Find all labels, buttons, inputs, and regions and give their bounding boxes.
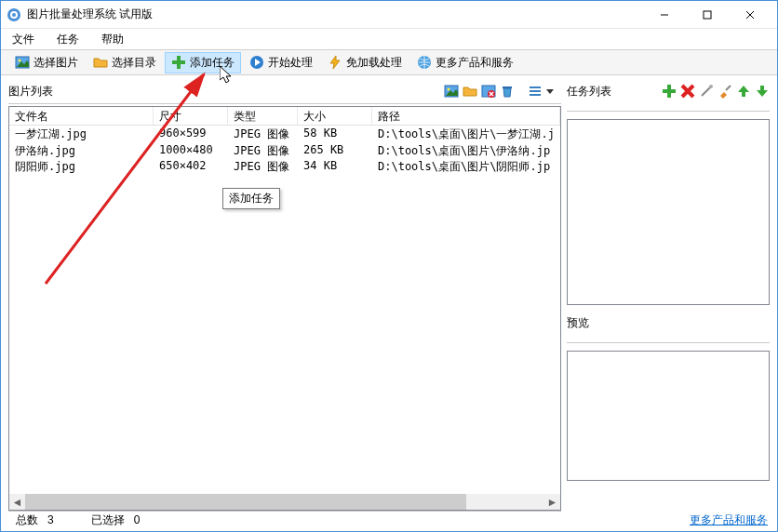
svg-point-2 (12, 13, 16, 17)
total-label: 总数 (16, 513, 38, 526)
delete-image-icon[interactable] (481, 84, 496, 99)
svg-marker-34 (757, 86, 768, 97)
image-list-title: 图片列表 (8, 84, 53, 100)
folder-icon[interactable] (463, 84, 477, 99)
dropdown-icon[interactable] (546, 84, 561, 99)
table-row[interactable]: 阴阳师.jpg 650×402 JPEG 图像 34 KB D:\tools\桌… (9, 158, 560, 175)
noload-process-label: 免加载处理 (346, 55, 402, 71)
image-list-header: 图片列表 (8, 81, 561, 101)
task-list-header: 任务列表 (567, 81, 770, 101)
cell-name: 一梦江湖.jpg (9, 126, 154, 142)
cell-name: 伊洛纳.jpg (9, 142, 154, 159)
horizontal-scrollbar[interactable]: ◄ ► (9, 494, 560, 510)
selected-label: 已选择 (91, 513, 125, 526)
selected-value: 0 (134, 513, 141, 526)
table-row[interactable]: 伊洛纳.jpg 1000×480 JPEG 图像 265 KB D:\tools… (9, 142, 560, 159)
listview-header: 文件名 尺寸 类型 大小 路径 (9, 107, 560, 126)
preview-header: 预览 (567, 313, 770, 333)
status-total: 总数 3 (16, 512, 54, 528)
arrow-up-icon[interactable] (736, 84, 751, 99)
svg-marker-13 (330, 56, 340, 69)
menu-file[interactable]: 文件 (8, 30, 38, 49)
toolbar: 选择图片 选择目录 添加任务 开始处理 免加载处理 更多产品和服务 (1, 49, 777, 75)
globe-icon (417, 55, 432, 70)
app-window: 图片批量处理系统 试用版 文件 任务 帮助 选择图片 选择目录 添加任务 (0, 0, 778, 532)
svg-point-16 (448, 88, 450, 91)
play-icon (249, 55, 264, 70)
add-task-button[interactable]: 添加任务 (165, 52, 241, 73)
total-value: 3 (47, 513, 54, 526)
wand-icon[interactable] (699, 84, 714, 99)
cell-size: 34 KB (298, 158, 372, 175)
bolt-icon (328, 55, 342, 70)
scroll-right-icon[interactable]: ► (544, 494, 560, 510)
add-task-label: 添加任务 (190, 55, 235, 71)
close-button[interactable] (729, 1, 771, 29)
brush-icon[interactable] (718, 84, 732, 99)
svg-rect-27 (663, 89, 676, 93)
cell-type: JPEG 图像 (228, 142, 298, 159)
cell-path: D:\tools\桌面\图片\阴阳师.jp (372, 158, 560, 175)
more-products-button[interactable]: 更多产品和服务 (410, 52, 520, 73)
maximize-button[interactable] (686, 1, 729, 29)
listview-body: 一梦江湖.jpg 960×599 JPEG 图像 58 KB D:\tools\… (9, 126, 560, 494)
tooltip-add-task: 添加任务 (222, 188, 280, 209)
table-row[interactable]: 一梦江湖.jpg 960×599 JPEG 图像 58 KB D:\tools\… (9, 126, 560, 142)
task-listbox[interactable] (567, 119, 770, 305)
left-pane: 图片列表 文件名 尺寸 类型 大小 路径 (8, 81, 561, 529)
cell-type: JPEG 图像 (228, 158, 298, 175)
cell-dim: 650×402 (154, 158, 228, 175)
select-folder-label: 选择目录 (112, 55, 156, 71)
status-selected: 已选择 0 (91, 512, 141, 528)
plus-icon[interactable] (662, 84, 677, 99)
scroll-track[interactable] (25, 494, 544, 510)
task-list-toolbar (662, 84, 770, 99)
scroll-left-icon[interactable]: ◄ (9, 494, 25, 510)
svg-point-8 (19, 60, 21, 62)
col-size[interactable]: 大小 (298, 107, 372, 125)
start-process-button[interactable]: 开始处理 (243, 52, 319, 73)
window-title: 图片批量处理系统 试用版 (27, 7, 153, 22)
cell-path: D:\tools\桌面\图片\一梦江湖.j (372, 126, 560, 142)
menubar: 文件 任务 帮助 (1, 29, 777, 49)
svg-rect-10 (172, 60, 185, 64)
menu-help[interactable]: 帮助 (98, 30, 127, 49)
statusbar: 总数 3 已选择 0 (8, 511, 561, 529)
cell-size: 58 KB (298, 126, 372, 142)
col-name[interactable]: 文件名 (9, 107, 154, 125)
cell-dim: 1000×480 (154, 142, 228, 159)
list-icon[interactable] (528, 84, 543, 99)
cell-path: D:\tools\桌面\图片\伊洛纳.jp (372, 142, 560, 159)
svg-rect-24 (530, 94, 541, 96)
footer-more-link[interactable]: 更多产品和服务 (690, 512, 768, 528)
svg-point-31 (709, 85, 713, 88)
cross-icon[interactable] (680, 84, 695, 99)
preview-title: 预览 (567, 315, 589, 331)
picture-icon[interactable] (444, 84, 459, 99)
svg-rect-22 (530, 86, 541, 88)
col-path[interactable]: 路径 (372, 107, 560, 125)
divider (567, 342, 770, 343)
cell-dim: 960×599 (154, 126, 228, 142)
plus-icon (171, 55, 186, 70)
svg-rect-21 (503, 86, 512, 88)
menu-tasks[interactable]: 任务 (53, 30, 83, 49)
image-list-toolbar (444, 84, 561, 99)
select-pictures-button[interactable]: 选择图片 (8, 52, 85, 73)
select-pictures-label: 选择图片 (34, 55, 78, 71)
select-folder-button[interactable]: 选择目录 (87, 52, 163, 73)
noload-process-button[interactable]: 免加载处理 (321, 52, 409, 73)
col-type[interactable]: 类型 (228, 107, 298, 125)
minimize-button[interactable] (643, 1, 686, 29)
cell-name: 阴阳师.jpg (9, 158, 154, 175)
folder-icon (93, 55, 108, 70)
image-listview[interactable]: 文件名 尺寸 类型 大小 路径 一梦江湖.jpg 960×599 JPEG 图像… (8, 106, 561, 511)
col-dimension[interactable]: 尺寸 (154, 107, 228, 125)
svg-rect-23 (530, 90, 541, 92)
picture-icon (15, 55, 30, 70)
scroll-thumb[interactable] (25, 494, 466, 510)
arrow-down-icon[interactable] (755, 84, 770, 99)
trash-icon[interactable] (500, 84, 515, 99)
preview-box (567, 351, 770, 481)
titlebar: 图片批量处理系统 试用版 (1, 1, 777, 29)
